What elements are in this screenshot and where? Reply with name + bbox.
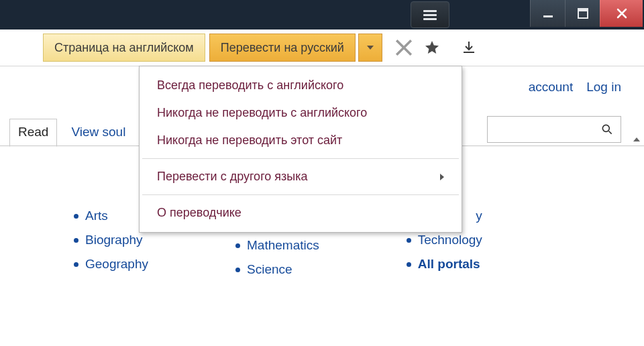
list-item[interactable]: Biography	[74, 233, 148, 247]
portal-col-2: Mathematics Science	[235, 229, 319, 286]
star-icon	[424, 40, 440, 56]
translate-label: Перевести на русский	[221, 41, 344, 55]
svg-point-3	[602, 125, 609, 131]
bullet-icon	[407, 238, 411, 243]
page-language-chip[interactable]: Страница на английском	[43, 34, 205, 62]
menu-never-translate-site[interactable]: Никогда не переводить этот сайт	[140, 127, 462, 154]
list-item[interactable]: All portals	[407, 257, 482, 272]
menu-never-translate-lang[interactable]: Никогда не переводить с английского	[140, 99, 462, 127]
bookmark-button[interactable]	[420, 40, 444, 56]
list-item[interactable]: Arts	[74, 209, 148, 223]
menu-separator	[142, 158, 459, 159]
chevron-down-icon	[367, 46, 374, 50]
bullet-icon	[407, 262, 411, 267]
minimize-icon	[541, 7, 555, 20]
search-icon	[600, 123, 614, 136]
menu-separator	[142, 194, 459, 195]
list-item[interactable]: Geography	[74, 257, 148, 272]
list-item[interactable]: Technology	[407, 233, 482, 247]
portal-link: Science	[247, 262, 292, 277]
portal-link: Technology	[418, 233, 482, 247]
menu-about-translator[interactable]: О переводчике	[140, 199, 462, 227]
bullet-icon	[74, 214, 78, 219]
maximize-icon	[576, 7, 590, 20]
tab-read[interactable]: Read	[9, 119, 57, 147]
x-icon	[392, 36, 416, 60]
window-controls	[530, 0, 643, 27]
downloads-button[interactable]	[456, 40, 482, 56]
portal-link: y	[476, 209, 482, 223]
window-titlebar	[0, 0, 644, 30]
translate-options-menu: Всегда переводить с английского Никогда …	[139, 66, 462, 233]
translate-button[interactable]: Перевести на русский	[209, 34, 356, 62]
chevron-right-icon	[440, 174, 444, 180]
browser-menu-button[interactable]	[411, 1, 449, 28]
search-box[interactable]	[487, 116, 621, 143]
menu-item-label: Всегда переводить с английского	[157, 78, 343, 93]
tab-view-source[interactable]: View soul	[62, 119, 134, 147]
page-language-label: Страница на английском	[54, 41, 194, 55]
bullet-icon	[235, 268, 240, 272]
list-item[interactable]: Mathematics	[235, 238, 319, 253]
translate-dropdown-toggle[interactable]	[358, 34, 382, 62]
minimize-button[interactable]	[530, 0, 565, 27]
menu-item-label: Перевести с другого языка	[157, 170, 308, 184]
close-window-button[interactable]	[600, 0, 643, 27]
account-links: account Log in	[529, 80, 621, 95]
portal-link: Arts	[85, 209, 108, 223]
portal-link: Biography	[85, 233, 143, 247]
menu-item-label: Никогда не переводить с английского	[157, 106, 367, 120]
portal-link: Mathematics	[247, 238, 319, 253]
chevron-up-icon	[633, 137, 640, 141]
maximize-button[interactable]	[565, 0, 600, 27]
close-icon	[615, 7, 629, 20]
hamburger-icon	[423, 10, 437, 20]
bullet-icon	[74, 262, 78, 267]
list-item[interactable]: Science	[235, 262, 319, 277]
translate-toolbar: Страница на английском Перевести на русс…	[0, 30, 644, 66]
create-account-link[interactable]: account	[529, 80, 574, 95]
portal-link: Geography	[85, 257, 148, 272]
menu-item-label: О переводчике	[157, 206, 241, 220]
menu-always-translate[interactable]: Всегда переводить с английского	[140, 72, 462, 99]
svg-rect-0	[543, 15, 553, 17]
bullet-icon	[74, 238, 78, 243]
close-translate-bar[interactable]	[392, 36, 416, 60]
menu-item-label: Никогда не переводить этот сайт	[157, 133, 342, 148]
login-link[interactable]: Log in	[586, 80, 621, 95]
portal-link: All portals	[418, 257, 480, 272]
svg-rect-2	[578, 9, 588, 11]
menu-translate-other-lang[interactable]: Перевести с другого языка	[140, 163, 462, 190]
bullet-icon	[235, 243, 240, 248]
page-tabs: Read View soul	[9, 119, 134, 147]
portal-col-1: Arts Biography Geography	[74, 199, 148, 286]
scroll-up-button[interactable]	[629, 132, 644, 147]
download-icon	[461, 40, 477, 56]
